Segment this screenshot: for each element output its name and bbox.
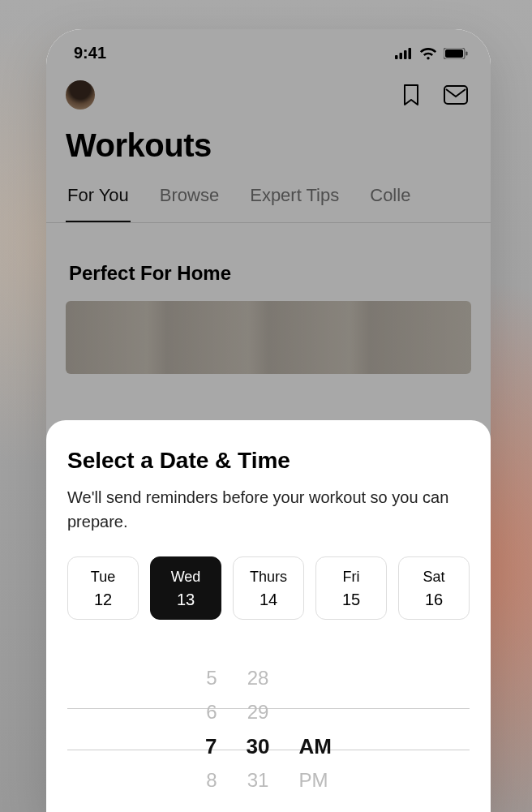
datetime-sheet: Select a Date & Time We'll send reminder… <box>46 420 491 812</box>
svg-rect-7 <box>444 86 467 104</box>
date-chip[interactable]: Sat 16 <box>398 556 470 620</box>
tab-collections[interactable]: Colle <box>368 180 412 223</box>
phone-frame: 9:41 Workouts For You Browse Expert Tips… <box>46 29 491 812</box>
date-chip-dow: Sat <box>399 569 469 586</box>
date-chip-num: 13 <box>151 591 221 609</box>
mail-icon[interactable] <box>444 85 468 105</box>
date-chip[interactable]: Tue 12 <box>67 556 139 620</box>
date-chip-selected[interactable]: Wed 13 <box>150 556 221 620</box>
picker-value: 31 <box>247 763 269 797</box>
cellular-icon <box>395 48 413 59</box>
page-title: Workouts <box>46 118 491 180</box>
svg-rect-2 <box>404 50 407 59</box>
status-time: 9:41 <box>74 44 106 62</box>
dimmed-background-screen: 9:41 Workouts For You Browse Expert Tips… <box>46 29 491 374</box>
svg-rect-5 <box>445 49 463 58</box>
top-actions <box>46 69 491 118</box>
bookmark-icon[interactable] <box>401 84 421 106</box>
picker-value: 29 <box>247 695 269 729</box>
svg-rect-3 <box>409 48 412 59</box>
wifi-icon <box>419 47 437 60</box>
picker-value: 5 <box>206 661 217 695</box>
section-title: Perfect For Home <box>46 223 491 301</box>
picker-value: 8 <box>206 763 217 797</box>
date-chip-dow: Fri <box>316 569 386 586</box>
minute-wheel[interactable]: 28 29 30 31 <box>247 644 270 812</box>
date-chip-num: 12 <box>68 591 138 609</box>
picker-value: PM <box>298 763 328 797</box>
picker-value-selected: AM <box>298 729 331 763</box>
picker-value-selected: 30 <box>247 729 270 763</box>
svg-rect-1 <box>400 53 403 59</box>
picker-value: 6 <box>206 695 217 729</box>
svg-rect-0 <box>395 55 398 59</box>
hour-wheel[interactable]: 5 6 7 8 <box>205 644 217 812</box>
status-icons <box>395 47 468 60</box>
date-chip-dow: Tue <box>68 569 138 586</box>
sheet-title: Select a Date & Time <box>67 448 470 474</box>
sheet-subtitle: We'll send reminders before your workout… <box>67 485 470 534</box>
tab-expert-tips[interactable]: Expert Tips <box>248 180 341 223</box>
tabs: For You Browse Expert Tips Colle <box>46 180 491 223</box>
date-chip[interactable]: Thurs 14 <box>233 556 304 620</box>
status-bar: 9:41 <box>46 29 491 69</box>
picker-value-selected: 7 <box>205 729 217 763</box>
date-chip[interactable]: Fri 15 <box>315 556 387 620</box>
avatar[interactable] <box>66 80 95 110</box>
tab-browse[interactable]: Browse <box>158 180 221 223</box>
date-chip-num: 16 <box>399 591 469 609</box>
date-chip-dow: Thurs <box>234 569 303 586</box>
picker-value: 28 <box>247 661 269 695</box>
svg-rect-6 <box>466 51 468 55</box>
date-chip-num: 15 <box>316 591 386 609</box>
date-chip-row: Tue 12 Wed 13 Thurs 14 Fri 15 Sat 16 <box>67 556 470 620</box>
time-picker[interactable]: 5 6 7 8 28 29 30 31 AM PM <box>67 644 470 812</box>
workout-card-strip[interactable] <box>66 301 471 374</box>
date-chip-num: 14 <box>234 591 303 609</box>
battery-icon <box>444 48 468 59</box>
ampm-wheel[interactable]: AM PM <box>298 644 331 812</box>
tab-for-you[interactable]: For You <box>66 180 131 223</box>
date-chip-dow: Wed <box>151 569 221 586</box>
